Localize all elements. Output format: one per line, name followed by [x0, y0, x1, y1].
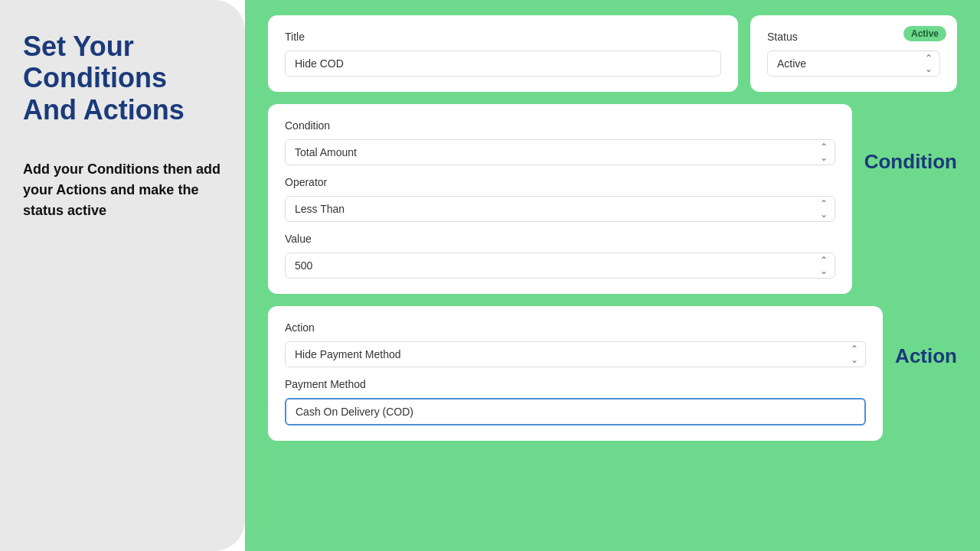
main-content: Title Active Status Active Inactive ⌃⌄ C… — [245, 0, 980, 551]
title-label: Title — [285, 31, 721, 43]
sidebar-title: Set Your Conditions And Actions — [23, 31, 222, 126]
value-label: Value — [285, 233, 835, 245]
payment-method-input[interactable] — [285, 398, 866, 425]
condition-section: Condition Total Amount Subtotal Item Cou… — [268, 104, 957, 294]
condition-label: Condition — [285, 119, 835, 132]
condition-card: Condition Total Amount Subtotal Item Cou… — [268, 104, 852, 294]
action-section: Action Hide Payment Method Show Payment … — [268, 306, 957, 441]
operator-form-group: Operator Less Than Greater Than Equal To… — [285, 176, 835, 222]
status-badge: Active — [903, 26, 946, 41]
action-section-label: Action — [895, 344, 957, 368]
action-form-group: Action Hide Payment Method Show Payment … — [285, 321, 866, 367]
condition-select-wrapper: Total Amount Subtotal Item Count ⌃⌄ — [285, 139, 835, 165]
title-input[interactable] — [285, 51, 721, 77]
value-form-group: Value 500 ⌃⌄ — [285, 233, 835, 279]
operator-label: Operator — [285, 176, 835, 188]
condition-section-label-wrapper: Condition — [864, 104, 957, 174]
payment-method-label: Payment Method — [285, 378, 866, 390]
action-label: Action — [285, 321, 866, 334]
payment-method-form-group: Payment Method — [285, 378, 866, 425]
status-select[interactable]: Active Inactive — [767, 51, 940, 77]
action-select-wrapper: Hide Payment Method Show Payment Method … — [285, 341, 866, 367]
title-card: Title — [268, 15, 738, 92]
operator-select[interactable]: Less Than Greater Than Equal To — [285, 196, 835, 222]
operator-select-wrapper: Less Than Greater Than Equal To ⌃⌄ — [285, 196, 835, 222]
sidebar: Set Your Conditions And Actions Add your… — [0, 0, 245, 551]
top-row: Title Active Status Active Inactive ⌃⌄ — [268, 15, 957, 92]
value-select-wrapper: 500 ⌃⌄ — [285, 253, 835, 279]
value-select[interactable]: 500 — [285, 253, 835, 279]
action-section-label-wrapper: Action — [895, 306, 957, 368]
condition-form-group: Condition Total Amount Subtotal Item Cou… — [285, 119, 835, 165]
action-card: Action Hide Payment Method Show Payment … — [268, 306, 883, 441]
sidebar-description: Add your Conditions then add your Action… — [23, 159, 222, 221]
status-card: Active Status Active Inactive ⌃⌄ — [750, 15, 957, 92]
condition-section-label: Condition — [864, 150, 957, 174]
condition-select[interactable]: Total Amount Subtotal Item Count — [285, 139, 835, 165]
status-select-wrapper: Active Inactive ⌃⌄ — [767, 51, 940, 77]
action-select[interactable]: Hide Payment Method Show Payment Method … — [285, 341, 866, 367]
